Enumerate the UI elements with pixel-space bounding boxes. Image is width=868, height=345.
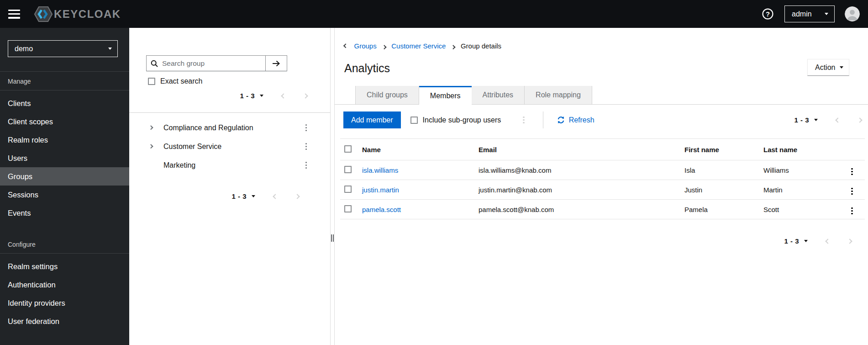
members-table: Name Email First name Last name isla.wil… [340, 138, 865, 219]
breadcrumb-current: Group details [461, 42, 501, 50]
kebab-menu-icon[interactable] [303, 122, 310, 133]
sidebar-item-realm-roles[interactable]: Realm roles [0, 131, 129, 149]
pagination-next-button[interactable] [848, 239, 852, 243]
divider [0, 253, 129, 254]
member-name-link[interactable]: justin.martin [362, 186, 399, 194]
refresh-label: Refresh [569, 116, 594, 124]
sidebar-item-events[interactable]: Events [0, 204, 129, 222]
sidebar-item-users[interactable]: Users [0, 149, 129, 167]
column-header-name: Name [357, 139, 473, 160]
expand-chevron-icon[interactable] [149, 126, 156, 129]
panel-resize-splitter[interactable] [330, 28, 335, 345]
tab-child-groups[interactable]: Child groups [355, 86, 419, 104]
nav-toggle-hamburger-icon[interactable] [8, 10, 20, 19]
tab-members[interactable]: Members [419, 86, 472, 105]
kebab-menu-icon[interactable] [848, 186, 855, 196]
tab-role-mapping[interactable]: Role mapping [525, 86, 592, 104]
sidebar: demo Manage Clients Client scopes Realm … [0, 28, 129, 345]
svg-text:?: ? [766, 11, 770, 18]
sidebar-item-user-federation[interactable]: User federation [0, 312, 129, 330]
pagination-next-button[interactable] [295, 195, 299, 198]
row-checkbox[interactable] [344, 205, 352, 212]
table-row: justin.martin justin.martin@knab.com Jus… [340, 180, 865, 200]
sidebar-item-authentication[interactable]: Authentication [0, 276, 129, 294]
expand-chevron-icon[interactable] [149, 145, 156, 148]
pagination-prev-button[interactable] [274, 195, 277, 198]
group-tree-panel: Exact search 1 - 3 Compliance and Regula… [129, 28, 330, 345]
group-tree-item-customer-service[interactable]: Customer Service [129, 137, 330, 156]
member-email: justin.martin@knab.com [473, 180, 679, 200]
member-last-name: Martin [758, 180, 839, 200]
member-name-link[interactable]: isla.williams [362, 166, 398, 174]
row-checkbox[interactable] [344, 186, 352, 193]
action-dropdown[interactable]: Action [807, 59, 849, 76]
sidebar-item-realm-settings[interactable]: Realm settings [0, 257, 129, 276]
help-icon[interactable]: ? [762, 8, 773, 20]
group-tree-item-label: Customer Service [163, 143, 221, 151]
chevron-down-icon [260, 95, 263, 97]
sidebar-item-groups[interactable]: Groups [0, 167, 129, 186]
pagination-range: 1 - 3 [231, 192, 247, 200]
kebab-menu-icon[interactable] [848, 206, 855, 216]
members-toolbar: Add member Include sub-group users Refre… [343, 111, 862, 128]
members-pagination-top: 1 - 3 [794, 116, 862, 124]
kebab-menu-icon[interactable] [520, 115, 527, 125]
include-subgroup-users-checkbox[interactable] [410, 117, 418, 124]
nav-section-configure: Configure [0, 235, 129, 253]
resize-grip-icon[interactable] [331, 234, 334, 242]
pagination-range-dropdown[interactable]: 1 - 3 [794, 116, 818, 124]
member-last-name: Williams [758, 160, 839, 180]
members-pagination-bottom: 1 - 3 [784, 237, 852, 245]
select-all-checkbox[interactable] [344, 145, 352, 153]
pagination-next-button[interactable] [304, 94, 307, 98]
row-checkbox[interactable] [344, 166, 352, 173]
tab-attributes[interactable]: Attributes [472, 86, 525, 104]
pagination-next-button[interactable] [858, 118, 862, 122]
group-search [146, 55, 287, 71]
chevron-down-icon [840, 66, 843, 69]
pagination-range-dropdown[interactable]: 1 - 3 [231, 192, 255, 200]
kebab-menu-icon[interactable] [303, 160, 310, 170]
exact-search-checkbox[interactable] [148, 78, 155, 85]
user-menu-label: admin [792, 10, 812, 18]
search-submit-button[interactable] [265, 56, 287, 71]
search-group-input[interactable] [162, 56, 265, 71]
member-name-link[interactable]: pamela.scott [362, 206, 401, 213]
sidebar-item-client-scopes[interactable]: Client scopes [0, 112, 129, 131]
user-menu-dropdown[interactable]: admin [784, 5, 835, 22]
breadcrumb: Groups Customer Service Group details [344, 42, 501, 50]
divider [543, 111, 543, 128]
pagination-prev-button[interactable] [836, 118, 840, 122]
divider [0, 90, 129, 90]
member-last-name: Scott [758, 200, 839, 219]
breadcrumb-groups-link[interactable]: Groups [354, 42, 377, 50]
sidebar-item-sessions[interactable]: Sessions [0, 186, 129, 204]
table-row: isla.williams isla.williams@knab.com Isl… [340, 160, 865, 180]
pagination-range: 1 - 3 [784, 237, 799, 245]
sidebar-item-identity-providers[interactable]: Identity providers [0, 294, 129, 312]
group-tree-item-marketing[interactable]: Marketing [129, 156, 330, 175]
tab-bar: Child groups Members Attributes Role map… [335, 86, 868, 105]
sidebar-item-clients[interactable]: Clients [0, 94, 129, 112]
kebab-menu-icon[interactable] [848, 166, 855, 177]
group-tree-item-label: Compliance and Regulation [163, 124, 253, 132]
refresh-button[interactable]: Refresh [557, 116, 594, 124]
pagination-range-dropdown[interactable]: 1 - 3 [784, 237, 808, 245]
breadcrumb-customer-service-link[interactable]: Customer Service [391, 42, 446, 50]
pagination-range-dropdown[interactable]: 1 - 3 [240, 92, 263, 100]
realm-selector[interactable]: demo [8, 40, 118, 57]
chevron-down-icon [804, 240, 808, 242]
avatar[interactable] [845, 6, 860, 21]
group-tree-item-compliance-and-regulation[interactable]: Compliance and Regulation [129, 118, 330, 137]
table-header-row: Name Email First name Last name [340, 139, 865, 160]
pagination-range: 1 - 3 [240, 92, 255, 100]
chevron-right-icon [383, 42, 386, 50]
pagination-range: 1 - 3 [794, 116, 809, 124]
back-chevron-icon[interactable] [344, 44, 347, 48]
pagination-prev-button[interactable] [282, 94, 285, 98]
kebab-menu-icon[interactable] [303, 141, 310, 152]
pagination-prev-button[interactable] [826, 239, 830, 243]
member-first-name: Pamela [679, 200, 758, 219]
add-member-button[interactable]: Add member [343, 111, 401, 128]
group-tree: Compliance and Regulation Customer Servi… [129, 118, 330, 175]
